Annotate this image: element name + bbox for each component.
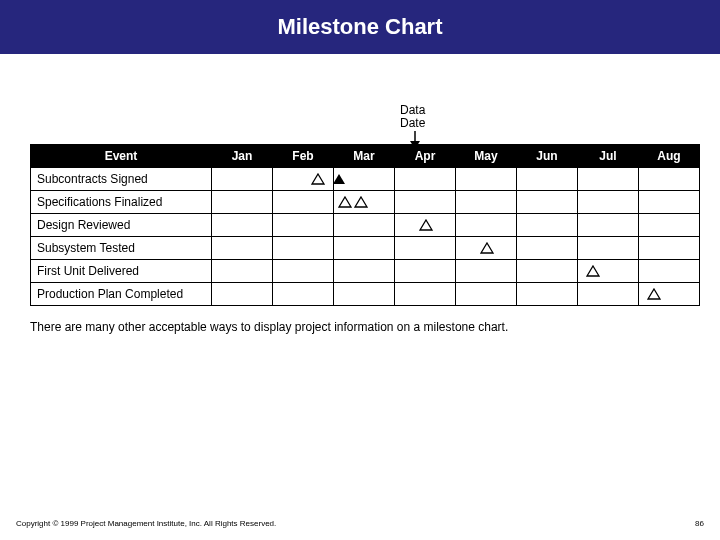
data-date-label: DataDate xyxy=(400,104,425,130)
svg-marker-1 xyxy=(410,141,420,149)
col-event: Event xyxy=(31,145,212,168)
triangle-open-icon xyxy=(480,242,494,254)
svg-marker-9 xyxy=(648,289,660,299)
col-may: May xyxy=(456,145,517,168)
table-row: Subsystem Tested xyxy=(31,237,700,260)
event-cell: Subcontracts Signed xyxy=(31,168,212,191)
col-jun: Jun xyxy=(517,145,578,168)
triangle-open-icon xyxy=(311,173,325,185)
svg-marker-8 xyxy=(587,266,599,276)
table-row: Production Plan Completed xyxy=(31,283,700,306)
milestone-table: Event Jan Feb Mar Apr May Jun Jul Aug Su… xyxy=(30,144,700,306)
col-feb: Feb xyxy=(273,145,334,168)
triangle-open-icon xyxy=(338,196,352,208)
triangle-open-icon xyxy=(419,219,433,231)
event-cell: Subsystem Tested xyxy=(31,237,212,260)
event-cell: Production Plan Completed xyxy=(31,283,212,306)
col-aug: Aug xyxy=(639,145,700,168)
copyright-text: Copyright © 1999 Project Management Inst… xyxy=(16,519,276,528)
event-cell: Specifications Finalized xyxy=(31,191,212,214)
col-jul: Jul xyxy=(578,145,639,168)
page-number: 86 xyxy=(695,519,704,528)
table-row: Subcontracts Signed xyxy=(31,168,700,191)
table-row: Specifications Finalized xyxy=(31,191,700,214)
table-header-row: Event Jan Feb Mar Apr May Jun Jul Aug xyxy=(31,145,700,168)
event-cell: First Unit Delivered xyxy=(31,260,212,283)
svg-marker-6 xyxy=(420,220,432,230)
svg-marker-4 xyxy=(339,197,351,207)
content-area: DataDate Event Jan Feb Mar Apr May Jun J… xyxy=(0,54,720,334)
svg-marker-7 xyxy=(481,243,493,253)
data-date-indicator: DataDate xyxy=(30,104,690,144)
table-row: First Unit Delivered xyxy=(31,260,700,283)
triangle-open-icon xyxy=(354,196,368,208)
triangle-open-icon xyxy=(586,265,600,277)
svg-marker-2 xyxy=(312,174,324,184)
event-cell: Design Reviewed xyxy=(31,214,212,237)
caption-text: There are many other acceptable ways to … xyxy=(30,320,690,334)
col-mar: Mar xyxy=(334,145,395,168)
col-jan: Jan xyxy=(212,145,273,168)
triangle-filled-icon xyxy=(332,173,346,185)
svg-marker-5 xyxy=(355,197,367,207)
triangle-open-icon xyxy=(647,288,661,300)
footer: Copyright © 1999 Project Management Inst… xyxy=(16,519,704,528)
svg-marker-3 xyxy=(333,174,345,184)
page-title: Milestone Chart xyxy=(277,14,442,40)
title-banner: Milestone Chart xyxy=(0,0,720,54)
down-arrow-icon xyxy=(410,131,420,149)
col-apr: Apr xyxy=(395,145,456,168)
table-row: Design Reviewed xyxy=(31,214,700,237)
